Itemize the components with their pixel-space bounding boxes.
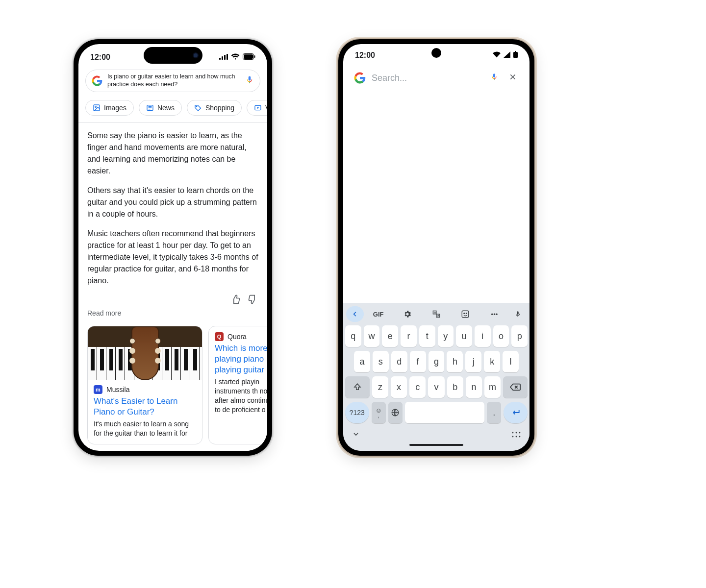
key-a[interactable]: a [354,351,370,372]
svg-rect-5 [244,54,253,59]
key-h[interactable]: h [447,351,463,372]
key-k[interactable]: k [484,351,500,372]
key-u[interactable]: u [456,325,472,347]
result-title[interactable]: What's Easier to Learn Piano or Guitar? [88,395,202,419]
key-x[interactable]: x [391,376,407,398]
close-icon[interactable] [509,73,517,83]
mic-icon[interactable] [245,74,254,87]
answer-paragraph: Music teachers often recommend that begi… [87,228,258,287]
result-snippet: It's much easier to learn a song for the… [88,419,202,444]
key-l[interactable]: l [503,351,519,372]
android-screen: 12:00 Search... [343,44,530,451]
key-f[interactable]: f [410,351,426,372]
cellular-icon [504,51,510,60]
svg-point-18 [466,313,467,314]
key-y[interactable]: y [438,325,454,347]
svg-text:文: 文 [434,311,436,314]
key-g[interactable]: g [429,351,445,372]
svg-point-23 [512,436,514,438]
svg-rect-1 [222,56,223,60]
tab-images[interactable]: Images [85,100,134,116]
nav-bar [343,427,530,440]
search-bar[interactable]: Is piano or guitar easier to learn and h… [85,70,260,92]
result-cards[interactable]: m Mussila What's Easier to Learn Piano o… [78,322,267,444]
site-name: Quora [227,333,247,341]
keyboard-toolbar: GIF 文A ••• [343,303,530,325]
key-m[interactable]: m [484,376,501,398]
mic-icon[interactable] [490,72,498,84]
key-p[interactable]: p [511,325,528,347]
tab-news[interactable]: News [139,100,182,116]
key-v[interactable]: v [428,376,444,398]
thumbs-up-icon[interactable] [231,294,241,306]
key-q[interactable]: q [345,325,361,347]
front-camera [431,48,441,58]
key-backspace[interactable] [503,376,528,398]
key-n[interactable]: n [466,376,482,398]
site-name: Mussila [106,386,129,393]
search-query-text: Is piano or guitar easier to learn and h… [107,73,240,88]
home-indicator[interactable] [409,444,463,446]
keyboard-row: z x c v b n m [345,376,528,398]
battery-icon [513,51,518,60]
svg-point-21 [516,432,517,434]
tab-shopping[interactable]: Shopping [187,100,242,116]
keyboard-row: ?123 ☺, . [345,402,528,423]
shopping-icon [194,104,202,112]
svg-rect-16 [462,311,469,318]
key-shift[interactable] [345,376,370,398]
key-space[interactable] [405,402,484,423]
result-snippet: I started playin instruments th now, aft… [209,377,267,420]
key-r[interactable]: r [401,325,417,347]
chip-label: News [157,104,175,112]
keyboard-grid-icon[interactable] [512,431,521,440]
key-w[interactable]: w [364,325,380,347]
key-s[interactable]: s [373,351,389,372]
dynamic-island [144,47,202,64]
result-title[interactable]: Which is more playing piano playing guit… [209,342,267,377]
chip-label: Vide [265,104,267,112]
key-e[interactable]: e [382,325,398,347]
feedback-row [78,294,267,309]
keyboard-collapse-icon[interactable] [352,430,360,440]
read-more-link[interactable]: Read more [78,309,267,322]
result-card[interactable]: Q Quora Which is more playing piano play… [208,326,267,444]
news-icon [146,104,154,112]
gif-button[interactable]: GIF [364,311,393,318]
thumbs-down-icon[interactable] [248,294,257,306]
result-card[interactable]: m Mussila What's Easier to Learn Piano o… [87,326,202,444]
keyboard-mic-icon[interactable] [509,310,527,318]
svg-point-17 [464,313,465,314]
key-b[interactable]: b [447,376,463,398]
search-bar[interactable]: Search... [350,68,523,88]
settings-icon[interactable] [393,310,422,318]
sticker-icon[interactable] [451,310,480,318]
key-d[interactable]: d [391,351,407,372]
key-i[interactable]: i [475,325,491,347]
more-icon[interactable]: ••• [480,311,509,318]
key-t[interactable]: t [419,325,435,347]
svg-rect-13 [515,51,516,52]
key-c[interactable]: c [409,376,426,398]
translate-icon[interactable]: 文A [422,310,451,318]
svg-point-25 [519,436,521,438]
key-symbols[interactable]: ?123 [345,402,369,423]
cellular-icon [219,53,228,62]
iphone-screen: 12:00 Is piano or [78,44,267,451]
wifi-icon [231,53,240,62]
key-emoji[interactable]: ☺, [372,402,386,423]
key-j[interactable]: j [465,351,481,372]
on-screen-keyboard: GIF 文A ••• [343,303,530,451]
key-z[interactable]: z [372,376,388,398]
chip-label: Images [104,104,126,112]
tab-videos[interactable]: Vide [247,100,267,116]
key-language[interactable] [388,402,403,423]
key-period[interactable]: . [487,402,501,423]
collapse-toolbar-button[interactable] [346,306,364,322]
svg-point-24 [516,436,517,438]
key-enter[interactable] [504,402,528,423]
svg-rect-12 [513,52,518,58]
svg-rect-6 [254,55,255,58]
key-o[interactable]: o [493,325,509,347]
search-tabs: Images News Shopping Vide [78,95,267,122]
